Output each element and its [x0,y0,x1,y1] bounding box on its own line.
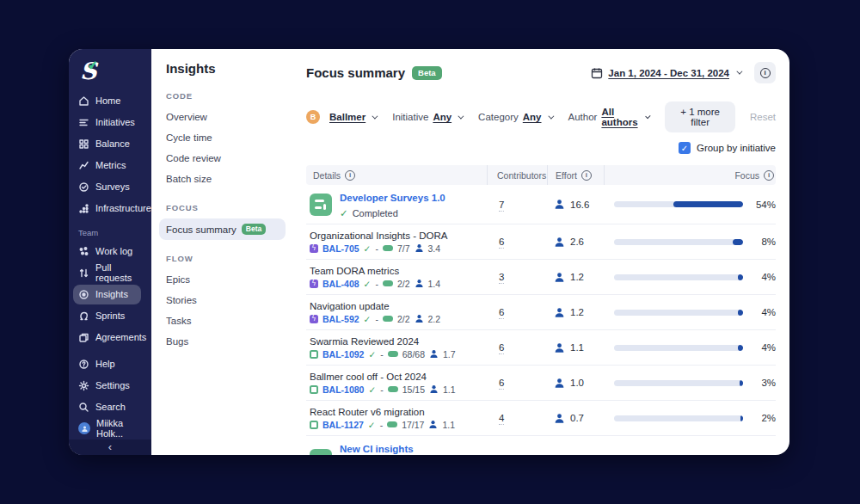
info-icon[interactable]: i [345,170,355,181]
sidebar-item-pull-requests[interactable]: Pull requests [69,262,151,284]
row-title: Ballmer cool off - Oct 2024 [310,372,456,382]
focus-percentage: 4% [748,342,776,353]
focus-percentage: 2% [748,455,776,456]
effort-value: 1.0 [570,378,584,388]
contributors-value[interactable]: 7 [487,200,547,210]
contributors-value[interactable]: 6 [487,307,547,317]
epic-icon: ϟ [310,315,318,323]
table-row: Ballmer cool off - Oct 2024 BAL-1080 ✓ -… [306,366,776,401]
sub-effort: 3.4 [428,243,441,254]
subnav-item-cycle-time[interactable]: Cycle time [151,127,292,148]
sidebar-item-agreements[interactable]: Agreements [69,327,151,348]
dash: - [380,384,384,395]
dash: - [380,349,384,360]
sidebar-item-label: Metrics [95,160,126,170]
person-icon [554,237,565,248]
sidebar-item-label: Search [95,402,126,412]
person-icon [554,454,565,455]
subnav-item-batch-size[interactable]: Batch size [151,169,292,189]
subnav-item-tasks[interactable]: Tasks [151,310,292,331]
sidebar-item-search[interactable]: Search [69,396,151,418]
focus-bar [614,274,743,280]
page-info-button[interactable]: i [754,62,776,83]
flow-section-list: Epics Stories Tasks Bugs [151,269,292,352]
author-filter[interactable]: Author All authors [568,107,649,127]
row-title: Team DORA metrics [310,266,440,276]
contributors-value[interactable]: 3 [487,272,547,282]
date-range-selector[interactable]: Jan 1, 2024 - Dec 31, 2024 [608,68,729,78]
progress-pill-icon [388,351,398,357]
group-by-checkbox[interactable]: ✓ [679,142,691,154]
sidebar-item-work-log[interactable]: Work log [69,241,151,262]
check-icon: ✓ [364,279,372,289]
subnav-item-epics[interactable]: Epics [151,269,292,290]
main-sidebar: S ✔ Home Initiatives Balance Metrics [69,49,151,455]
contributors-value[interactable]: 6 [487,342,547,353]
issue-key-link[interactable]: BAL-592 [322,314,359,324]
issue-key-link[interactable]: BAL-1092 [322,349,364,360]
dash: - [375,243,378,254]
team-section-label: Team [69,219,151,241]
issue-key-link[interactable]: BAL-705 [322,243,359,254]
sidebar-item-sprints[interactable]: Sprints [69,305,151,327]
info-icon[interactable]: i [581,170,592,181]
table-row: Swarmia Reviewed 2024 BAL-1092 ✓ - 68/68… [306,330,776,366]
initiative-icon [310,194,332,216]
subnav-item-stories[interactable]: Stories [151,290,292,310]
sidebar-item-label: Initiatives [95,117,135,127]
chevron-down-icon [372,113,378,119]
sidebar-item-settings[interactable]: Settings [69,375,151,396]
contributors-value[interactable]: 6 [487,237,547,247]
subnav-item-overview[interactable]: Overview [151,107,292,127]
contributors-value[interactable]: 6 [487,378,547,388]
issue-key-link[interactable]: BAL-408 [322,279,359,289]
sidebar-item-surveys[interactable]: Surveys [69,176,151,198]
sidebar-item-user[interactable]: Miikka Holk... [69,418,151,439]
surveys-icon [78,181,89,193]
sidebar-item-label: Pull requests [95,262,146,283]
insights-icon [78,289,89,300]
subnav-item-code-review[interactable]: Code review [151,148,292,169]
sub-effort: 1.1 [442,420,455,430]
effort-value: 1.2 [570,307,584,317]
progress-pill-icon [383,280,393,286]
focus-percentage: 8% [748,237,776,247]
issue-key-link[interactable]: BAL-1127 [322,420,364,430]
team-filter[interactable]: B Ballmer [306,110,376,124]
sidebar-item-label: Infrastructure [95,203,151,213]
contributors-value[interactable]: 2 [487,455,547,456]
reset-filters-button[interactable]: Reset [750,112,776,122]
sidebar-item-help[interactable]: Help [69,353,151,375]
effort-value: 16.6 [570,200,589,210]
more-filter-button[interactable]: + 1 more filter [665,101,735,132]
sidebar-item-infrastructure[interactable]: Infrastructure [69,198,151,219]
progress-pill-icon [383,316,393,322]
column-effort: Effort i [547,165,604,185]
sidebar-item-home[interactable]: Home [69,90,151,112]
person-icon [554,272,565,283]
sidebar-item-metrics[interactable]: Metrics [69,155,151,176]
info-icon[interactable]: i [764,170,774,181]
author-filter-value: All authors [601,107,639,127]
initiative-filter[interactable]: Initiative Any [392,112,462,122]
issue-key-link[interactable]: BAL-1080 [322,384,364,395]
subnav-item-focus-summary[interactable]: Focus summary Beta [159,218,286,240]
category-filter[interactable]: Category Any [478,112,551,122]
swarmia-logo[interactable]: S ✔ [69,49,151,90]
initiative-link[interactable]: Developer Surveys 1.0 [340,193,445,203]
sidebar-item-insights[interactable]: Insights [69,284,151,305]
contributors-value[interactable]: 4 [487,413,547,423]
sidebar-collapse-button[interactable]: ‹ [69,439,151,455]
subnav-item-bugs[interactable]: Bugs [151,331,292,352]
metrics-icon [78,160,89,171]
insights-subnav: Insights CODE Overview Cycle time Code r… [151,49,292,455]
story-icon [310,421,318,429]
initiative-link[interactable]: New CI insights [340,444,414,454]
sidebar-item-initiatives[interactable]: Initiatives [69,112,151,133]
section-label-flow: FLOW [151,254,292,263]
sidebar-item-label: Insights [95,289,128,299]
collapse-icon: ‹ [108,440,112,453]
focus-bar [614,239,743,245]
sidebar-item-balance[interactable]: Balance [69,133,151,155]
infrastructure-icon [78,203,89,214]
